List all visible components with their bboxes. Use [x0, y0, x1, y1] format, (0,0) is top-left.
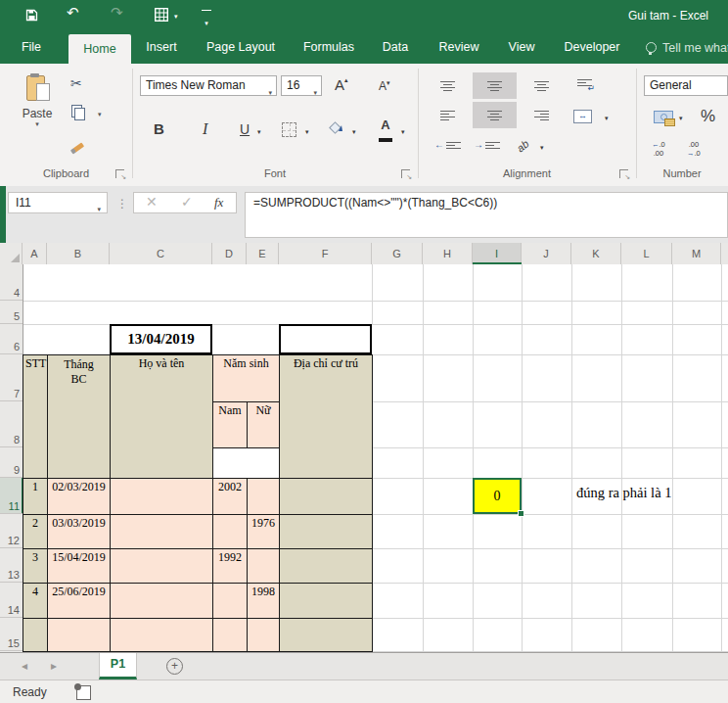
cell-nam[interactable]: 1992	[213, 549, 248, 584]
wrap-text-icon[interactable]: ↵	[577, 79, 593, 91]
orientation-caret-icon[interactable]: ▾	[540, 144, 544, 152]
cell-nam[interactable]	[213, 619, 248, 652]
increase-decimal-icon[interactable]: ←.0 .00	[652, 140, 665, 158]
tab-view[interactable]: View	[501, 31, 542, 64]
borders-caret-icon[interactable]: ▾	[305, 128, 309, 136]
tab-page-layout[interactable]: Page Layout	[199, 31, 283, 64]
underline-caret-icon[interactable]: ▾	[257, 128, 261, 136]
tab-home[interactable]: Home	[68, 34, 131, 64]
prev-sheet-icon[interactable]: ◂	[22, 659, 27, 673]
cell-dia-chi[interactable]	[280, 619, 373, 652]
col-header-D[interactable]: D	[212, 243, 247, 264]
increase-indent-icon[interactable]: →	[474, 140, 500, 150]
cell-nam[interactable]	[213, 584, 248, 619]
cell-thang-bc[interactable]: 15/04/2019	[48, 549, 111, 584]
cell-ho-va-ten[interactable]	[111, 619, 213, 652]
fill-handle[interactable]	[518, 510, 524, 517]
cell-nam[interactable]: 2002	[213, 479, 248, 515]
cell-ho-va-ten[interactable]	[111, 584, 213, 619]
col-header-K[interactable]: K	[571, 243, 621, 264]
align-center-icon[interactable]	[487, 111, 502, 120]
cell-dia-chi[interactable]	[280, 479, 373, 515]
tab-formulas[interactable]: Formulas	[296, 31, 361, 64]
cell-K11-note[interactable]: đúng ra phải là 1	[576, 485, 671, 501]
row-header-11-selected[interactable]: 11	[0, 478, 23, 514]
tab-insert[interactable]: Insert	[139, 31, 184, 64]
copy-caret-icon[interactable]: ▾	[98, 111, 102, 118]
fill-color-caret-icon[interactable]: ▾	[352, 128, 356, 136]
cell-dia-chi[interactable]	[280, 549, 373, 584]
row-header-7[interactable]: 7	[0, 354, 23, 401]
col-header-E[interactable]: E	[247, 243, 279, 264]
row-header-13[interactable]: 13	[0, 548, 23, 583]
row-header-12[interactable]: 12	[0, 514, 23, 548]
decrease-indent-icon[interactable]: ←	[434, 140, 461, 150]
col-header-J[interactable]: J	[522, 243, 571, 264]
format-painter-button[interactable]	[70, 140, 84, 154]
row-header-14[interactable]: 14	[0, 583, 23, 618]
header-thang-bc[interactable]: Tháng BC	[48, 355, 111, 479]
col-header-G[interactable]: G	[372, 243, 423, 264]
col-header-F[interactable]: F	[279, 243, 372, 264]
cancel-icon[interactable]: ✕	[146, 194, 158, 210]
cell-stt[interactable]: 1	[23, 479, 48, 515]
cell-nu[interactable]: 1998	[248, 584, 280, 619]
col-header-L[interactable]: L	[621, 243, 672, 264]
header-nam-sinh[interactable]: Năm sinh	[213, 355, 280, 402]
cut-button[interactable]: ✂	[70, 75, 82, 91]
alignment-dialog-launcher-icon[interactable]	[619, 169, 628, 178]
col-header-M[interactable]: M	[672, 243, 721, 264]
cell-ho-va-ten[interactable]	[111, 549, 213, 584]
tab-developer[interactable]: Developer	[558, 31, 626, 64]
tab-review[interactable]: Review	[435, 31, 482, 64]
align-right-icon[interactable]	[534, 111, 549, 120]
cell-stt[interactable]: 3	[23, 549, 48, 584]
enter-icon[interactable]: ✓	[181, 194, 193, 210]
tab-data[interactable]: Data	[376, 31, 415, 64]
sheet-tab-P1[interactable]: P1	[99, 653, 137, 680]
decrease-decimal-icon[interactable]: .00 →.0	[687, 140, 701, 158]
align-left-icon[interactable]	[440, 111, 455, 120]
cell-dia-chi[interactable]	[280, 515, 373, 549]
decrease-font-size-button[interactable]: A▾	[379, 79, 390, 93]
font-color-button[interactable]: A	[379, 118, 392, 144]
save-icon[interactable]	[25, 9, 38, 24]
accounting-caret-icon[interactable]: ▾	[679, 115, 683, 122]
clipboard-dialog-launcher-icon[interactable]	[115, 169, 124, 178]
undo-icon[interactable]: ↶	[67, 5, 79, 21]
name-box[interactable]: I11 ▾	[8, 192, 108, 213]
col-header-C[interactable]: C	[110, 243, 212, 264]
italic-button[interactable]: I	[203, 120, 207, 138]
header-stt[interactable]: STT	[23, 355, 48, 479]
cell-thang-bc[interactable]: 02/03/2019	[48, 479, 111, 515]
underline-button[interactable]: U	[240, 121, 250, 137]
header-dia-chi[interactable]: Địa chỉ cư trú	[280, 355, 373, 479]
increase-font-size-button[interactable]: A▴	[335, 76, 348, 93]
col-header-A[interactable]: A	[23, 243, 47, 264]
cell-stt[interactable]: 2	[23, 515, 48, 549]
bottom-align-icon[interactable]	[534, 81, 549, 91]
table-borders-icon[interactable]	[155, 8, 168, 24]
font-name-combobox[interactable]: Times New Roman ▾	[140, 75, 277, 96]
cell-thang-bc[interactable]: 25/06/2019	[48, 584, 111, 619]
add-sheet-button[interactable]: +	[166, 658, 183, 675]
cell-stt[interactable]	[23, 619, 48, 652]
bold-button[interactable]: B	[154, 120, 164, 137]
next-sheet-icon[interactable]: ▸	[51, 659, 57, 673]
cell-thang-bc[interactable]	[48, 619, 111, 652]
cell-nam[interactable]	[213, 515, 248, 549]
cell-nu[interactable]	[248, 479, 280, 515]
tab-file[interactable]: File	[12, 31, 51, 64]
cell-nu[interactable]	[248, 619, 280, 652]
row-header-5[interactable]: 5	[0, 301, 23, 324]
borders-icon[interactable]	[282, 122, 296, 137]
row-header-9[interactable]: 9	[0, 447, 23, 478]
cell-F6-empty[interactable]	[279, 324, 372, 354]
cell-I11-active[interactable]: 0	[473, 478, 522, 514]
col-header-B[interactable]: B	[47, 243, 110, 264]
font-size-combobox[interactable]: 16 ▾	[281, 75, 322, 96]
cell-ho-va-ten[interactable]	[111, 479, 213, 515]
merge-center-icon[interactable]: ↔	[573, 110, 592, 123]
header-ho-va-ten[interactable]: Họ và tên	[111, 355, 213, 479]
row-header-15[interactable]: 15	[0, 618, 23, 651]
